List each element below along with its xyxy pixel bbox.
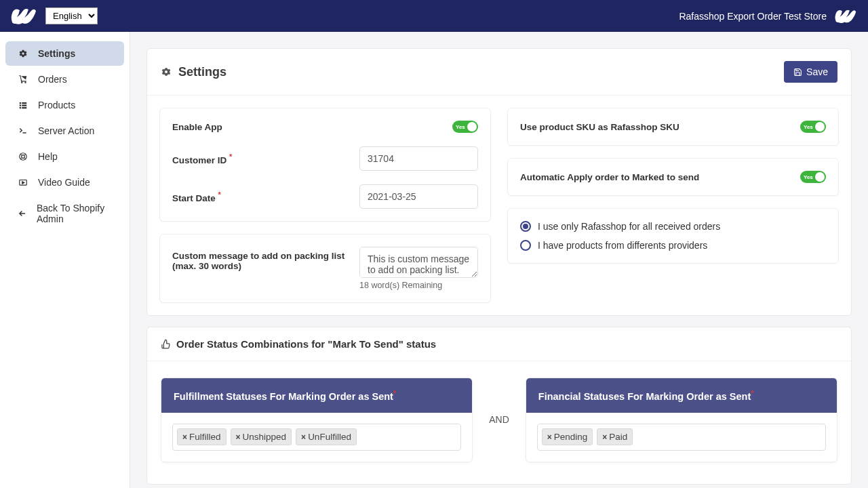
- tag[interactable]: ×Pending: [542, 428, 593, 445]
- sku-label: Use product SKU as Rafasshop SKU: [520, 122, 787, 132]
- sidebar-item-settings[interactable]: Settings: [5, 41, 124, 66]
- sku-toggle[interactable]: Yes: [800, 121, 826, 133]
- sidebar-item-label: Back To Shopify Admin: [37, 203, 112, 224]
- sidebar-item-back-to-shopify[interactable]: Back To Shopify Admin: [5, 196, 124, 231]
- topbar: English Rafasshop Export Order Test Stor…: [0, 0, 868, 32]
- logo: [10, 7, 37, 25]
- svg-point-1: [22, 155, 25, 159]
- sidebar-item-video-guide[interactable]: Video Guide: [5, 170, 124, 195]
- tag[interactable]: ×Unshipped: [231, 428, 292, 445]
- auto-apply-toggle[interactable]: Yes: [800, 171, 826, 183]
- lifebuoy-icon: [18, 152, 28, 161]
- remove-icon[interactable]: ×: [547, 432, 552, 442]
- customer-id-input[interactable]: [359, 146, 478, 171]
- sidebar-item-help[interactable]: Help: [5, 144, 124, 169]
- sidebar-item-server-action[interactable]: Server Action: [5, 119, 124, 143]
- sidebar-item-label: Products: [38, 100, 75, 110]
- financial-status-card: Financial Statuses For Marking Order as …: [526, 378, 837, 462]
- custom-msg-label: Custom message to add on packing list (m…: [172, 247, 346, 271]
- fulfillment-header: Fulfillment Statuses For Marking Order a…: [161, 378, 472, 413]
- enable-app-label: Enable App: [172, 122, 439, 132]
- remove-icon[interactable]: ×: [182, 432, 187, 442]
- video-icon: [18, 178, 28, 187]
- sidebar-item-label: Video Guide: [38, 177, 90, 188]
- tag[interactable]: ×Fulfilled: [177, 428, 226, 445]
- radio-different-providers[interactable]: I have products from differents provider…: [520, 240, 826, 251]
- auto-apply-label: Automatic Apply order to Marked to send: [520, 172, 787, 182]
- start-date-input[interactable]: [359, 184, 478, 209]
- fulfillment-tag-input[interactable]: ×Fulfilled×Unshipped×UnFulfilled: [172, 424, 461, 451]
- thumbs-up-icon: [161, 339, 171, 349]
- remove-icon[interactable]: ×: [301, 432, 306, 442]
- main-content: Settings Save Enable App Yes: [130, 32, 868, 488]
- page-title: Settings: [161, 65, 226, 79]
- save-button[interactable]: Save: [784, 61, 837, 83]
- financial-header: Financial Statuses For Marking Order as …: [526, 378, 837, 413]
- sidebar-item-label: Settings: [38, 48, 75, 59]
- language-select[interactable]: English: [45, 7, 98, 24]
- status-section-title: Order Status Combinations for "Mark To S…: [147, 327, 851, 361]
- gear-icon: [161, 66, 172, 77]
- tag[interactable]: ×UnFulfilled: [296, 428, 357, 445]
- terminal-icon: [18, 126, 28, 136]
- custom-msg-remaining: 18 word(s) Remaining: [359, 281, 442, 290]
- remove-icon[interactable]: ×: [602, 432, 607, 442]
- enable-app-toggle[interactable]: Yes: [452, 121, 478, 133]
- sidebar-item-orders[interactable]: Orders: [5, 67, 124, 92]
- sidebar-item-label: Server Action: [38, 125, 94, 136]
- sidebar-item-label: Help: [38, 151, 58, 162]
- tag[interactable]: ×Paid: [597, 428, 633, 445]
- cart-icon: [18, 75, 28, 84]
- radio-only-rafasshop[interactable]: I use only Rafasshop for all received or…: [520, 221, 826, 232]
- sidebar-item-label: Orders: [38, 74, 67, 85]
- arrow-left-icon: [18, 209, 27, 218]
- financial-tag-input[interactable]: ×Pending×Paid: [537, 424, 826, 451]
- sidebar: Settings Orders Products Server Action H…: [0, 32, 130, 488]
- customer-id-label: Customer ID *: [172, 152, 346, 165]
- custom-msg-textarea[interactable]: [359, 247, 478, 278]
- and-label: AND: [489, 414, 509, 425]
- remove-icon[interactable]: ×: [236, 432, 241, 442]
- logo-right: [833, 9, 858, 24]
- start-date-label: Start Date *: [172, 190, 346, 203]
- store-name: Rafasshop Export Order Test Store: [679, 11, 827, 22]
- save-icon: [793, 68, 802, 77]
- fulfillment-status-card: Fulfillment Statuses For Marking Order a…: [161, 378, 473, 462]
- sidebar-item-products[interactable]: Products: [5, 93, 124, 117]
- gear-icon: [18, 49, 28, 58]
- radio-icon: [520, 221, 531, 232]
- list-icon: [18, 100, 28, 110]
- radio-icon: [520, 240, 531, 251]
